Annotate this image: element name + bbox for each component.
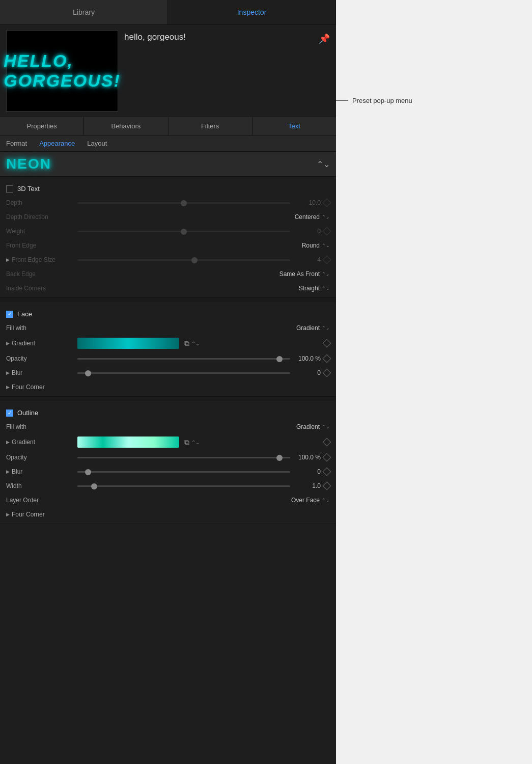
outline-gradient-expand-icon[interactable]: ▶ <box>6 440 10 445</box>
tab-library[interactable]: Library <box>0 0 168 24</box>
outline-width-slider-thumb[interactable] <box>91 483 97 489</box>
face-blur-slider-track[interactable] <box>77 372 290 374</box>
outline-fill-with-chevron: ⌃⌄ <box>322 424 330 429</box>
depth-slider-thumb[interactable] <box>181 200 187 206</box>
outline-layer-order-chevron: ⌃⌄ <box>322 498 330 503</box>
face-gradient-keyframe-icon[interactable] <box>323 339 331 348</box>
outline-width-slider-track[interactable] <box>77 485 290 487</box>
face-four-corner-expand-icon[interactable]: ▶ <box>6 385 10 390</box>
outline-gradient-copy-icon[interactable]: ⧉ <box>184 438 189 447</box>
outline-opacity-slider-area[interactable] <box>77 457 290 458</box>
outline-gradient-chevron-icon[interactable]: ⌃⌄ <box>191 440 200 445</box>
face-checkbox[interactable] <box>6 311 13 318</box>
outline-width-slider-area[interactable] <box>77 485 290 487</box>
depth-slider-area[interactable] <box>77 202 290 204</box>
front-edge-value[interactable]: Round ⌃⌄ <box>77 242 330 249</box>
preview-neon-text: HELLO, GORGEOUS! <box>4 51 121 91</box>
tab-inspector[interactable]: Inspector <box>168 0 336 24</box>
face-gradient-swatch[interactable] <box>77 338 179 349</box>
weight-slider-thumb[interactable] <box>181 229 187 235</box>
preset-bar[interactable]: NEON ⌃⌄ <box>0 152 336 177</box>
front-edge-size-expand-icon[interactable]: ▶ <box>6 257 10 262</box>
depth-slider-track[interactable] <box>77 202 290 204</box>
outline-gradient-row: ▶ Gradient ⧉ ⌃⌄ <box>0 434 336 450</box>
weight-slider-area[interactable] <box>77 231 290 232</box>
face-opacity-slider-area[interactable] <box>77 358 290 360</box>
outline-blur-slider-thumb[interactable] <box>85 469 91 475</box>
face-gradient-chevron-icon[interactable]: ⌃⌄ <box>191 341 200 346</box>
face-blur-keyframe-icon[interactable] <box>323 369 331 377</box>
outline-gradient-label: Gradient <box>12 439 35 446</box>
preset-chevron-icon[interactable]: ⌃⌄ <box>317 159 330 169</box>
outline-section: Outline Fill with Gradient ⌃⌄ ▶ Gradient <box>0 401 336 524</box>
front-edge-chevron: ⌃⌄ <box>322 243 330 248</box>
inside-corners-label: Inside Corners <box>6 285 77 292</box>
outline-width-label: Width <box>6 482 77 489</box>
outline-opacity-row: Opacity 100.0 % <box>0 450 336 465</box>
front-edge-size-slider-area[interactable] <box>77 259 290 261</box>
section-tab-layout[interactable]: Layout <box>87 139 107 148</box>
front-edge-size-label: Front Edge Size <box>12 256 55 263</box>
inside-corners-value[interactable]: Straight ⌃⌄ <box>77 285 330 292</box>
face-opacity-slider-track[interactable] <box>77 358 290 360</box>
outline-blur-slider-track[interactable] <box>77 471 290 473</box>
outline-four-corner-expand-icon[interactable]: ▶ <box>6 512 10 517</box>
face-fill-with-value[interactable]: Gradient ⌃⌄ <box>77 324 330 332</box>
outline-blur-keyframe-icon[interactable] <box>323 468 331 476</box>
section-tabs: Format Appearance Layout <box>0 135 336 152</box>
face-fill-with-chevron: ⌃⌄ <box>322 325 330 331</box>
tab-filters[interactable]: Filters <box>169 117 253 135</box>
front-edge-size-keyframe-icon[interactable] <box>323 256 331 264</box>
tab-text[interactable]: Text <box>253 117 336 135</box>
front-edge-size-slider-thumb[interactable] <box>191 257 198 263</box>
outline-opacity-keyframe-icon[interactable] <box>323 453 331 462</box>
outline-label: Outline <box>17 409 38 417</box>
face-blur-slider-thumb[interactable] <box>85 370 91 376</box>
outline-width-keyframe-icon[interactable] <box>323 482 331 490</box>
inside-corners-row: Inside Corners Straight ⌃⌄ <box>0 281 336 295</box>
outline-gradient-swatch[interactable] <box>77 436 179 448</box>
face-blur-slider-area[interactable] <box>77 372 290 374</box>
depth-direction-chevron: ⌃⌄ <box>322 214 330 220</box>
front-edge-size-row: ▶ Front Edge Size 4 <box>0 253 336 267</box>
outline-opacity-slider-track[interactable] <box>77 457 290 458</box>
face-gradient-copy-icon[interactable]: ⧉ <box>184 339 189 348</box>
outline-layer-order-row: Layer Order Over Face ⌃⌄ <box>0 493 336 507</box>
section-tab-format[interactable]: Format <box>6 139 27 148</box>
face-blur-row: ▶ Blur 0 <box>0 366 336 380</box>
outline-gradient-label-area: ▶ Gradient <box>6 439 77 446</box>
face-gradient-expand-icon[interactable]: ▶ <box>6 341 10 346</box>
weight-slider-track[interactable] <box>77 231 290 232</box>
back-edge-row: Back Edge Same As Front ⌃⌄ <box>0 267 336 281</box>
tab-behaviors[interactable]: Behaviors <box>84 117 168 135</box>
face-blur-expand-icon[interactable]: ▶ <box>6 370 10 375</box>
face-blur-value: 0 <box>290 369 321 376</box>
outline-four-corner-label-area: ▶ Four Corner <box>6 511 77 518</box>
front-edge-size-slider-track[interactable] <box>77 259 290 261</box>
outline-blur-slider-area[interactable] <box>77 471 290 473</box>
front-edge-size-value: 4 <box>290 256 321 263</box>
face-opacity-keyframe-icon[interactable] <box>323 354 331 363</box>
outline-gradient-keyframe-icon[interactable] <box>323 438 331 447</box>
tab-properties[interactable]: Properties <box>0 117 84 135</box>
outline-layer-order-value[interactable]: Over Face ⌃⌄ <box>77 497 330 504</box>
outline-fill-with-row: Fill with Gradient ⌃⌄ <box>0 420 336 434</box>
weight-keyframe-icon[interactable] <box>323 227 331 236</box>
depth-direction-label: Depth Direction <box>6 213 77 221</box>
pin-icon[interactable]: 📌 <box>319 33 330 44</box>
face-fill-with-label: Fill with <box>6 324 77 332</box>
preset-name: NEON <box>6 156 51 172</box>
3d-text-checkbox[interactable] <box>6 185 13 193</box>
section-tab-appearance[interactable]: Appearance <box>39 139 75 148</box>
back-edge-value[interactable]: Same As Front ⌃⌄ <box>77 270 330 278</box>
outline-blur-expand-icon[interactable]: ▶ <box>6 469 10 474</box>
separator-2 <box>0 397 336 401</box>
outline-checkbox[interactable] <box>6 410 13 417</box>
depth-direction-row: Depth Direction Centered ⌃⌄ <box>0 210 336 224</box>
depth-keyframe-icon[interactable] <box>323 199 331 207</box>
face-opacity-slider-thumb[interactable] <box>276 356 283 362</box>
outline-opacity-slider-thumb[interactable] <box>276 455 283 461</box>
outline-fill-with-value[interactable]: Gradient ⌃⌄ <box>77 423 330 430</box>
depth-direction-value[interactable]: Centered ⌃⌄ <box>77 213 330 221</box>
face-gradient-label: Gradient <box>12 340 35 347</box>
